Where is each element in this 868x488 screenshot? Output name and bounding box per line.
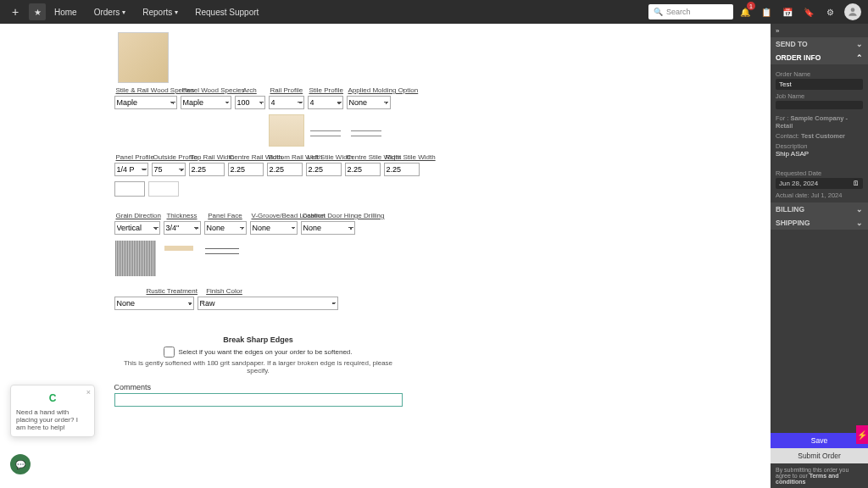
chevron-down-icon: ⌄ — [856, 40, 863, 48]
comments-label: Comments — [114, 383, 657, 391]
actual-date-value: Jul 1, 2024 — [811, 191, 843, 199]
for-label: For : Sample Company - Retail — [776, 114, 863, 130]
outside-profile-thumb — [148, 181, 179, 197]
select-applied-molding[interactable]: None — [347, 96, 391, 109]
label-applied-molding: Applied Molding Option — [347, 86, 391, 94]
nav-reports-label: Reports — [142, 8, 172, 17]
label-stile-rail-species: Stile & Rail Wood Species — [114, 86, 177, 94]
label-grain: Grain Direction — [114, 212, 160, 219]
nav-home[interactable]: Home — [46, 8, 86, 17]
rail-profile-thumb — [269, 114, 304, 147]
help-logo: C — [45, 391, 60, 406]
submit-order-button[interactable]: Submit Order — [771, 448, 868, 463]
label-finish-color: Finish Color — [199, 287, 250, 295]
select-rail-profile[interactable]: 4 — [269, 96, 304, 109]
select-panel-profile[interactable]: 1/4 P — [114, 163, 148, 176]
section-order-info[interactable]: ORDER INFO⌃ — [771, 51, 868, 64]
select-vgroove[interactable]: None — [250, 221, 298, 235]
contact-label: Contact: Test Customer — [776, 132, 863, 140]
input-centre-rail-width[interactable] — [228, 163, 264, 176]
user-avatar[interactable] — [844, 3, 861, 20]
select-arch[interactable]: 100 — [235, 96, 265, 109]
input-centre-stile-width[interactable] — [345, 163, 381, 176]
section-shipping[interactable]: SHIPPING⌄ — [771, 216, 868, 230]
grain-thumb — [114, 240, 157, 277]
panel-collapse-button[interactable]: » — [771, 24, 868, 37]
nav-request-support[interactable]: Request Support — [186, 8, 267, 17]
select-finish-color[interactable]: Raw — [198, 297, 338, 310]
label-outside-profile: Outside Profile — [152, 153, 186, 161]
select-rustic[interactable]: None — [114, 297, 194, 310]
label-right-stile: Right Stile Width — [384, 153, 420, 161]
section-send-to[interactable]: SEND TO⌄ — [771, 37, 868, 51]
help-popup: × C Need a hand with placing your order?… — [10, 385, 95, 437]
label-rail-profile: Rail Profile — [269, 86, 304, 94]
select-stile-rail-species[interactable]: Maple — [114, 96, 177, 109]
select-panel-species[interactable]: Maple — [181, 96, 231, 109]
nav-orders[interactable]: Orders▾ — [86, 8, 135, 17]
select-grain[interactable]: Vertical — [114, 221, 160, 235]
select-stile-profile[interactable]: 4 — [308, 96, 343, 109]
label-panel-profile: Panel Profile — [114, 153, 148, 161]
input-left-stile-width[interactable] — [306, 163, 342, 176]
select-thickness[interactable]: 3/4" — [164, 221, 201, 235]
label-hinge: Cabinet Door Hinge Drilling — [301, 212, 355, 219]
label-rustic: Rustic Treatment — [145, 287, 196, 295]
chevron-down-icon: ▾ — [122, 8, 125, 16]
input-bottom-rail-width[interactable] — [267, 163, 303, 176]
molding-thumb — [347, 114, 386, 147]
label-centre-rail: Centre Rail Width — [228, 153, 264, 161]
requested-date-field[interactable]: Jun 28, 2024🗓 — [776, 178, 863, 189]
job-name-field[interactable] — [776, 101, 863, 109]
label-panel-species: Panel Wood Species — [181, 86, 231, 94]
break-sharp-note: This is gently softened with 180 grit sa… — [114, 359, 403, 374]
label-left-stile: Left Stile Width — [306, 153, 342, 161]
select-hinge[interactable]: None — [301, 221, 355, 235]
chevron-down-icon: ▾ — [175, 8, 178, 16]
svg-point-0 — [851, 8, 855, 12]
order-name-field[interactable]: Test — [776, 79, 863, 90]
order-name-label: Order Name — [776, 70, 863, 78]
input-top-rail-width[interactable] — [189, 163, 225, 176]
notifications-icon[interactable]: 🔔1 — [736, 3, 754, 21]
description-label: Description — [776, 142, 863, 150]
panel-profile-thumb — [114, 181, 145, 197]
label-thickness: Thickness — [164, 212, 201, 219]
panel-face-thumb — [201, 240, 243, 257]
bookmark-icon[interactable]: 🔖 — [799, 3, 818, 21]
label-panel-face: Panel Face — [204, 212, 247, 219]
requested-date-value: Jun 28, 2024 — [779, 180, 818, 187]
select-outside-profile[interactable]: 75 — [152, 163, 186, 176]
save-button[interactable]: Save — [771, 433, 868, 448]
clipboard-icon[interactable]: 📋 — [757, 3, 776, 21]
calendar-icon[interactable]: 📅 — [778, 3, 797, 21]
label-centre-stile: Centre Stile Width — [345, 153, 381, 161]
product-preview-image — [118, 32, 169, 83]
settings-icon[interactable]: ⚙ — [821, 3, 839, 21]
select-panel-face[interactable]: None — [204, 221, 247, 235]
search-input[interactable]: 🔍Search — [648, 4, 733, 19]
contact-value: Test Customer — [801, 132, 845, 140]
terms-note: By submitting this order you agree to ou… — [771, 463, 868, 488]
quick-action-button[interactable]: ⚡ — [856, 425, 868, 444]
chevron-down-icon: ⌄ — [856, 219, 863, 227]
section-billing[interactable]: BILLING⌄ — [771, 202, 868, 216]
search-icon: 🔍 — [654, 8, 663, 16]
favorite-button[interactable]: ★ — [29, 3, 46, 20]
notification-badge: 1 — [747, 2, 755, 10]
main-form: Stile & Rail Wood Species Panel Wood Spe… — [0, 24, 771, 488]
nav-reports[interactable]: Reports▾ — [134, 8, 186, 17]
chevron-down-icon: ⌄ — [856, 205, 863, 214]
close-icon[interactable]: × — [86, 388, 91, 396]
break-sharp-checkbox[interactable] — [164, 347, 175, 358]
stile-profile-thumb — [308, 114, 343, 147]
order-info-body: Order Name Test Job Name For : Sample Co… — [771, 64, 868, 202]
comments-input[interactable] — [114, 393, 403, 407]
chevron-up-icon: ⌃ — [856, 53, 863, 62]
chat-button[interactable]: 💬 — [10, 454, 31, 474]
topbar: + ★ Home Orders▾ Reports▾ Request Suppor… — [0, 0, 868, 24]
help-text: Need a hand with placing your order? I a… — [16, 408, 89, 431]
actual-date-label: Actual date: Jul 1, 2024 — [776, 191, 863, 199]
input-right-stile-width[interactable] — [384, 163, 420, 176]
new-button[interactable]: + — [7, 3, 24, 20]
